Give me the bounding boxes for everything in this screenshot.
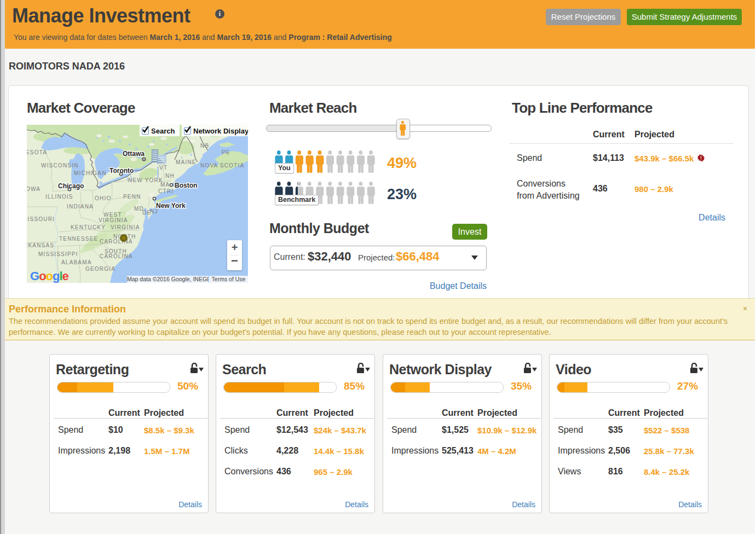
svg-text:OWA: OWA [27, 186, 41, 192]
svg-text:MICHIGAN: MICHIGAN [74, 170, 107, 176]
svg-text:PE: PE [222, 149, 230, 155]
svg-text:VT: VT [159, 165, 168, 171]
svg-text:ALABAMA: ALABAMA [61, 259, 92, 265]
svg-text:RI: RI [167, 188, 174, 194]
svg-text:VIRGINIA: VIRGINIA [99, 217, 128, 223]
svg-text:INDIANA: INDIANA [67, 204, 94, 210]
svg-text:PENN: PENN [123, 194, 141, 200]
svg-text:NOVA SCOTIA: NOVA SCOTIA [200, 162, 244, 169]
svg-text:TENNESSEE: TENNESSEE [59, 236, 98, 242]
svg-text:ILLINOIS: ILLINOIS [45, 194, 73, 200]
svg-text:Ottawa: Ottawa [123, 150, 145, 158]
svg-text:MAINE: MAINE [176, 159, 197, 165]
svg-text:CAROLINA: CAROLINA [100, 239, 133, 245]
svg-text:NEW YORK: NEW YORK [128, 177, 163, 183]
svg-text:NH: NH [165, 173, 175, 179]
svg-text:New York: New York [156, 202, 186, 210]
svg-text:VIRGINIA: VIRGINIA [111, 224, 140, 230]
svg-text:WISCONSIN: WISCONSIN [41, 162, 79, 169]
svg-text:Boston: Boston [175, 182, 197, 189]
svg-text:RKANSAS: RKANSAS [27, 242, 54, 248]
svg-text:KENTUCKY: KENTUCKY [71, 224, 106, 230]
svg-text:CT: CT [158, 188, 167, 194]
svg-text:MISSISSIPPI: MISSISSIPPI [38, 251, 78, 257]
svg-text:OHIO: OHIO [95, 195, 111, 201]
svg-text:ESOTA: ESOTA [27, 149, 47, 155]
svg-text:CAROLINA: CAROLINA [100, 253, 133, 259]
svg-text:MISSOURI: MISSOURI [27, 216, 55, 222]
svg-text:GEORGIA: GEORGIA [85, 266, 116, 272]
svg-text:NB: NB [200, 143, 209, 149]
svg-text:MA: MA [160, 182, 170, 188]
